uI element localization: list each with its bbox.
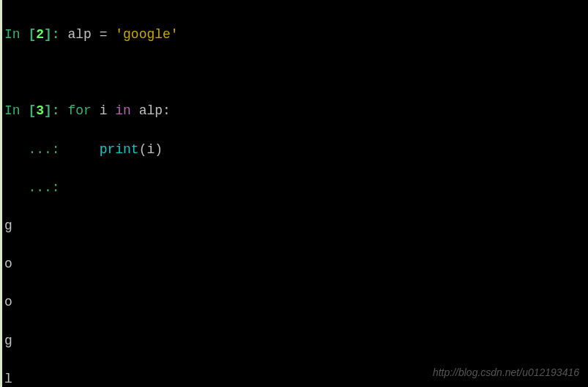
output-line: o [4,292,588,312]
continuation-prompt: ...: [4,180,67,195]
bracket-open: [ [28,103,36,118]
loop-variable: i [92,103,115,118]
loop-collection: alp: [131,103,171,118]
bracket-close: ]: [44,103,67,118]
output-line: g [4,216,588,235]
left-margin-bar [0,0,2,387]
output-line: o [4,254,588,273]
blank-line [4,63,588,82]
continuation-prompt: ...: [4,142,67,157]
code-string: 'google' [115,27,178,42]
code-operator: = [92,27,115,42]
bracket-close: ]: [44,27,67,42]
input-line-2: In [2]: alp = 'google' [4,25,588,44]
in-keyword: in [115,103,131,118]
print-builtin: print [100,142,139,157]
code-variable: alp [67,27,91,42]
watermark-text: http://blog.csdn.net/u012193416 [433,365,579,380]
print-args: (i) [139,142,163,157]
in-prompt-label: In [4,103,28,118]
in-prompt-number: 2 [36,27,44,42]
bracket-open: [ [28,27,36,42]
input-line-3: In [3]: for i in alp: [4,101,588,120]
in-prompt-number: 3 [36,103,44,118]
continuation-line-1: ...: print(i) [4,140,588,159]
for-keyword: for [67,103,91,118]
continuation-line-2: ...: [4,178,588,197]
indent [67,142,99,157]
in-prompt-label: In [4,27,28,42]
output-line: g [4,331,588,350]
ipython-terminal[interactable]: In [2]: alp = 'google' In [3]: for i in … [0,6,588,387]
